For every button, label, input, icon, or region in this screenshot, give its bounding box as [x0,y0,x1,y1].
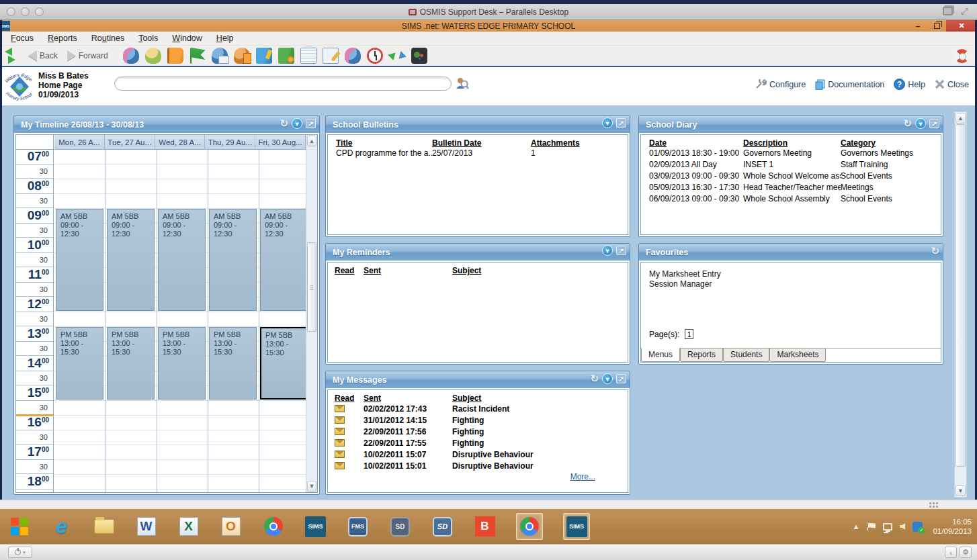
detach-icon[interactable]: ↗ [616,118,626,128]
page-scrollbar[interactable]: ▲ ▼ [954,111,967,498]
fms-icon[interactable]: FMS [347,516,369,538]
sync-icon[interactable] [389,48,405,64]
chrome-icon[interactable] [262,516,284,538]
column-header[interactable]: Date [649,138,743,148]
collapse-chevron-icon[interactable]: ▾ [602,118,613,128]
favourite-item[interactable]: My Marksheet Entry [649,269,941,279]
message-row[interactable]: 10/02/2011 15:07 Disruptive Behaviour [328,449,628,460]
start-button[interactable] [8,516,30,538]
column-header[interactable]: Attachments [531,138,628,148]
help-button[interactable]: ? Help [894,79,925,90]
detach-icon[interactable]: ↗ [306,119,316,128]
refresh-icon[interactable]: ↻ [280,118,288,130]
collapse-chevron-icon[interactable]: ▾ [292,118,302,129]
menu-item[interactable]: Help [210,32,241,44]
column-header[interactable]: Title [336,138,432,148]
bulletin-row[interactable]: CPD programme for the a...25/07/20131 [328,148,628,159]
close-page-button[interactable]: Close [935,79,969,89]
detach-icon[interactable]: ↗ [616,246,626,255]
file-explorer-icon[interactable] [93,516,115,538]
refresh-icon[interactable]: ↻ [590,373,599,385]
photo-icon[interactable] [411,48,427,64]
column-header[interactable]: Read [335,266,364,275]
b-icon[interactable]: B [474,516,496,538]
timeline-day-header[interactable]: Wed, 28 A... [155,135,206,150]
chrome-active-icon[interactable] [516,513,543,540]
staff-icon[interactable] [345,48,361,64]
message-row[interactable]: 02/02/2012 17:43 Racist Incident [328,403,628,414]
timeline-event[interactable]: PM 5BB13:00 -15:30 [107,327,155,400]
column-header[interactable]: Sent [364,266,452,275]
collapse-left-icon[interactable]: ‹ [945,547,957,558]
marksheet-icon[interactable] [256,48,272,64]
timeline-day-header[interactable]: Thu, 29 Au... [205,135,255,150]
flag-icon[interactable] [189,48,206,64]
minimize-button[interactable]: – [908,21,927,31]
column-header[interactable]: Description [743,138,841,148]
message-row[interactable]: 22/09/2011 17:56 Fighting [328,426,628,437]
power-button[interactable]: ▾ [8,547,32,558]
timeline-day-header[interactable]: Fri, 30 Aug... [255,135,306,150]
excel-icon[interactable]: X [177,516,200,538]
navigation-history-icon[interactable] [4,48,19,64]
message-row[interactable]: 10/02/2011 15:01 Disruptive Behaviour [328,460,628,471]
dropbox-icon[interactable] [912,522,923,532]
edit-note-icon[interactable] [323,48,339,64]
detach-icon[interactable]: ↗ [929,119,939,128]
column-header[interactable]: Sent [364,393,452,403]
favourite-item[interactable]: Session Manager [649,279,941,289]
sims-taskbar-icon[interactable]: SIMS [304,516,327,538]
favourites-tab[interactable]: Menus [641,348,680,362]
book-settings-icon[interactable] [278,48,294,64]
scroll-down-icon[interactable]: ▼ [307,481,316,492]
settings-gear-icon[interactable]: ⚙ [960,547,972,558]
favourites-tab[interactable]: Students [723,348,769,362]
diary-row[interactable]: 01/09/2013 18:30 - 19:00Governors Meetin… [641,148,941,159]
refresh-icon[interactable]: ↻ [903,118,912,130]
column-header[interactable]: Subject [452,266,628,275]
search-person-icon[interactable] [454,76,469,93]
menu-item[interactable]: Window [165,32,209,44]
restore-button[interactable] [927,21,946,31]
sd-gear-icon[interactable]: SD [389,516,411,538]
internet-explorer-icon[interactable]: e [50,516,73,538]
diary-row[interactable]: 02/09/2013 All DayINSET 1Staff Training [641,159,941,171]
outlook-icon[interactable]: O [220,516,242,538]
parallels-window-mode-icon[interactable] [943,7,953,15]
column-header[interactable]: Bulletin Date [432,138,531,148]
tray-clock[interactable]: 16:05 01/09/2013 [933,517,972,536]
favourites-tab[interactable]: Reports [680,348,723,362]
student-mail-icon[interactable] [212,48,228,64]
diary-row[interactable]: 06/09/2013 09:00 - 09:30Whole School Ass… [641,193,941,205]
timeline-grid[interactable]: Mon, 26 A...Tue, 27 Au...Wed, 28 A...Thu… [15,134,318,493]
refresh-icon[interactable]: ↻ [931,245,939,257]
word-icon[interactable]: W [135,516,157,538]
journal-icon[interactable] [167,48,183,64]
timeline-event[interactable]: PM 5BB13:00 -15:30 [56,327,103,400]
message-row[interactable]: 31/01/2012 14:15 Fighting [328,414,628,426]
help-lifebuoy-icon[interactable] [955,49,969,63]
parallels-fullscreen-icon[interactable]: ⤢ [961,7,970,16]
tray-expand-icon[interactable]: ▲ [853,522,860,530]
timeline-event[interactable]: AM 5BB09:00 -12:30 [107,209,155,311]
configure-button[interactable]: Configure [755,79,806,89]
timeline-event[interactable]: AM 5BB09:00 -12:30 [209,209,257,311]
volume-icon[interactable] [900,523,905,530]
detach-icon[interactable]: ↗ [616,374,626,383]
collapse-chevron-icon[interactable]: ▾ [602,373,613,384]
page-number[interactable]: 1 [685,329,693,339]
timeline-event[interactable]: AM 5BB09:00 -12:30 [56,209,103,311]
scroll-up-icon[interactable]: ▲ [955,113,966,124]
timeline-event[interactable]: PM 5BB13:00 -15:30 [260,327,306,400]
timeline-event[interactable]: PM 5BB13:00 -15:30 [209,327,257,400]
close-button[interactable]: ✕ [946,20,977,32]
timeline-event[interactable]: PM 5BB13:00 -15:30 [158,327,206,400]
menu-item[interactable]: Routines [85,32,132,44]
collapse-chevron-icon[interactable]: ▾ [915,118,926,129]
timeline-event[interactable]: AM 5BB09:00 -12:30 [260,209,306,311]
timeline-day-header[interactable]: Tue, 27 Au... [105,135,155,150]
resize-grip[interactable] [929,502,939,508]
report-icon[interactable] [300,48,316,64]
diary-row[interactable]: 03/09/2013 09:00 - 09:30Whole School Wel… [641,171,941,182]
timeline-scrollbar[interactable]: ▲ ▼ [306,135,317,492]
